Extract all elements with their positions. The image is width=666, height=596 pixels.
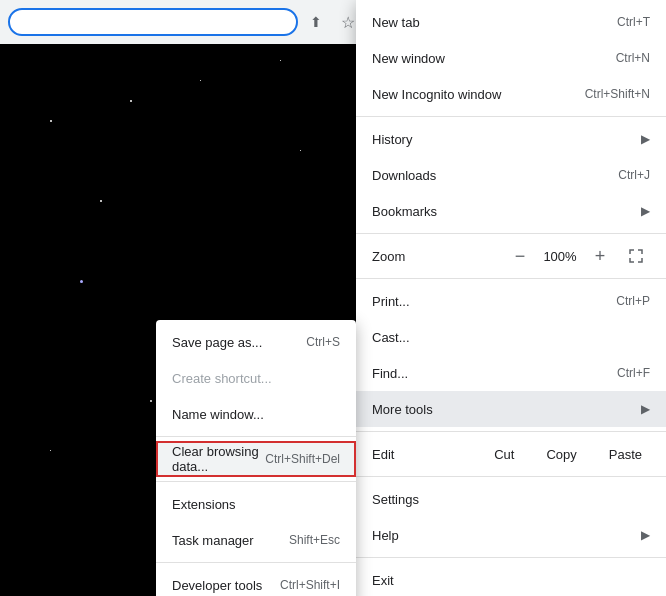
star (300, 150, 301, 151)
divider-5 (356, 476, 666, 477)
submenu-divider-3 (156, 562, 356, 563)
divider-2 (356, 233, 666, 234)
submenu-item-task-manager[interactable]: Task manager Shift+Esc (156, 522, 356, 558)
submenu-divider-1 (156, 436, 356, 437)
star (50, 120, 52, 122)
menu-item-new-incognito[interactable]: New Incognito window Ctrl+Shift+N (356, 76, 666, 112)
star (130, 100, 132, 102)
star (80, 280, 83, 283)
fullscreen-icon[interactable] (622, 242, 650, 270)
main-dropdown-menu: New tab Ctrl+T New window Ctrl+N New Inc… (356, 0, 666, 596)
star (100, 200, 102, 202)
star (200, 80, 201, 81)
menu-item-new-window[interactable]: New window Ctrl+N (356, 40, 666, 76)
zoom-in-button[interactable]: + (586, 242, 614, 270)
menu-item-find[interactable]: Find... Ctrl+F (356, 355, 666, 391)
submenu-item-create-shortcut[interactable]: Create shortcut... (156, 360, 356, 396)
chrome-toolbar: ⬆ ☆ (0, 0, 370, 44)
more-tools-submenu: Save page as... Ctrl+S Create shortcut..… (156, 320, 356, 596)
paste-button[interactable]: Paste (593, 441, 658, 468)
zoom-row: Zoom − 100% + (356, 238, 666, 274)
address-bar[interactable] (8, 8, 298, 36)
menu-item-bookmarks[interactable]: Bookmarks ▶ (356, 193, 666, 229)
submenu-item-save-page[interactable]: Save page as... Ctrl+S (156, 324, 356, 360)
menu-item-print[interactable]: Print... Ctrl+P (356, 283, 666, 319)
divider-6 (356, 557, 666, 558)
star (280, 60, 281, 61)
share-icon[interactable]: ⬆ (302, 8, 330, 36)
menu-item-downloads[interactable]: Downloads Ctrl+J (356, 157, 666, 193)
menu-item-settings[interactable]: Settings (356, 481, 666, 517)
divider-3 (356, 278, 666, 279)
submenu-divider-2 (156, 481, 356, 482)
edit-row: Edit Cut Copy Paste (356, 436, 666, 472)
zoom-out-button[interactable]: − (506, 242, 534, 270)
star (50, 450, 51, 451)
menu-item-new-tab[interactable]: New tab Ctrl+T (356, 4, 666, 40)
divider-1 (356, 116, 666, 117)
submenu-item-developer-tools[interactable]: Developer tools Ctrl+Shift+I (156, 567, 356, 596)
menu-item-cast[interactable]: Cast... (356, 319, 666, 355)
submenu-item-extensions[interactable]: Extensions (156, 486, 356, 522)
menu-item-history[interactable]: History ▶ (356, 121, 666, 157)
submenu-item-name-window[interactable]: Name window... (156, 396, 356, 432)
zoom-controls: − 100% + (506, 242, 650, 270)
divider-4 (356, 431, 666, 432)
cut-button[interactable]: Cut (478, 441, 530, 468)
star (150, 400, 152, 402)
menu-item-more-tools[interactable]: More tools ▶ (356, 391, 666, 427)
copy-button[interactable]: Copy (530, 441, 592, 468)
menu-item-exit[interactable]: Exit (356, 562, 666, 596)
zoom-value: 100% (542, 249, 578, 264)
menu-item-help[interactable]: Help ▶ (356, 517, 666, 553)
submenu-item-clear-browsing[interactable]: Clear browsing data... Ctrl+Shift+Del (156, 441, 356, 477)
